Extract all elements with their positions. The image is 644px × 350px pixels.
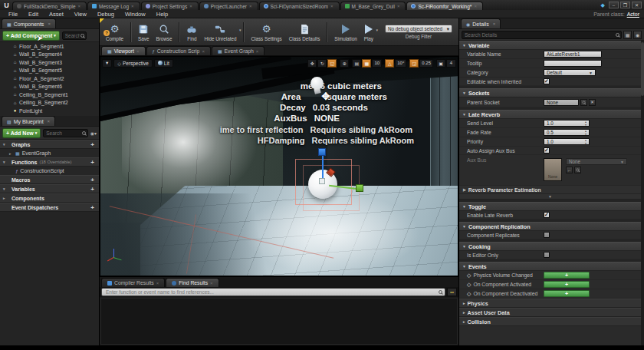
my-blueprint-search[interactable] bbox=[43, 129, 88, 137]
component-row[interactable]: ⌂ Floor_A_Segment2 bbox=[0, 74, 99, 83]
add-event-button[interactable]: + bbox=[544, 272, 590, 279]
tab-close-icon[interactable]: × bbox=[189, 4, 192, 8]
components-tab[interactable]: ▦ Components × bbox=[2, 18, 56, 28]
menu-item[interactable]: Window bbox=[120, 11, 151, 18]
component-row[interactable]: ⌂ Floor_A_Segment1 bbox=[0, 42, 99, 51]
gizmo-z-axis[interactable] bbox=[322, 155, 324, 181]
find-references-input[interactable] bbox=[104, 289, 439, 296]
add-component-button[interactable]: + Add Component ▾ bbox=[2, 31, 60, 41]
enable-late-reverb-checkbox[interactable]: ✓ bbox=[544, 212, 550, 218]
simulation-button[interactable]: Simulation bbox=[334, 23, 356, 41]
components-search-input[interactable] bbox=[64, 33, 80, 38]
view-options-eye-icon[interactable]: ◉▾ bbox=[90, 130, 97, 136]
category-dropdown[interactable]: Default▼ bbox=[544, 69, 596, 76]
socket-search-icon[interactable] bbox=[580, 99, 587, 106]
lit-mode-button[interactable]: Lit bbox=[154, 59, 173, 68]
my-blueprint-row[interactable]: ▸ Components bbox=[0, 193, 99, 203]
component-row[interactable]: ⌂ Ceiling_B_Segment1 bbox=[0, 91, 99, 99]
gizmo-y-handle[interactable] bbox=[356, 184, 363, 192]
scale-tool-button[interactable]: ◱ bbox=[327, 59, 337, 68]
add-new-button[interactable]: + Add New ▾ bbox=[2, 128, 41, 138]
gizmo-z-handle[interactable] bbox=[318, 148, 326, 156]
expand-caret-icon[interactable]: ▾ bbox=[3, 142, 7, 147]
menu-item[interactable]: Asset bbox=[44, 11, 69, 18]
window-tab[interactable]: Project Settings × bbox=[141, 2, 199, 10]
compile-button[interactable]: ⚙ ? Compile bbox=[106, 23, 123, 41]
menu-item[interactable]: Debug bbox=[92, 11, 120, 18]
editor-tab[interactable]: ▦ Event Graph × bbox=[212, 46, 264, 55]
add-event-button[interactable]: + bbox=[544, 290, 590, 297]
tab-close-icon[interactable]: × bbox=[397, 4, 400, 8]
components-search[interactable] bbox=[62, 31, 87, 40]
section-late-reverb[interactable]: ▼ Late Reverb bbox=[459, 110, 641, 119]
component-row[interactable]: ⌂ Wall_B_Segment5 bbox=[0, 67, 99, 75]
component-replicates-checkbox[interactable]: ✓ bbox=[544, 232, 550, 238]
is-editor-only-checkbox[interactable]: ✓ bbox=[544, 252, 550, 258]
details-tab-close-icon[interactable]: × bbox=[493, 21, 496, 26]
expand-caret-icon[interactable]: ▸ bbox=[3, 196, 7, 200]
parent-class-link[interactable]: Actor bbox=[627, 12, 639, 17]
marketplace-icon[interactable]: ◆ bbox=[601, 2, 605, 8]
socket-clear-icon[interactable]: ✕ bbox=[589, 99, 596, 106]
hide-unrelated-button[interactable]: ▾ Hide Unrelated bbox=[204, 23, 236, 41]
my-blueprint-row[interactable]: ƒ ConstructionScript bbox=[0, 167, 99, 175]
camera-speed-value[interactable]: 4 bbox=[446, 59, 456, 68]
details-scrollbar[interactable] bbox=[641, 41, 644, 345]
camera-speed-button[interactable]: ▣ bbox=[436, 59, 445, 68]
spinner-icon[interactable]: ▴▾ bbox=[585, 139, 586, 144]
grid-snap-value[interactable]: 10 bbox=[372, 59, 382, 68]
debug-object-dropdown[interactable]: No debug object selected ▾ bbox=[385, 25, 452, 33]
aux-bus-dropdown[interactable]: None▼ bbox=[566, 158, 627, 165]
property-matrix-icon[interactable]: ▦ bbox=[623, 31, 632, 39]
section-toggle[interactable]: ▼ Toggle bbox=[459, 202, 641, 211]
my-blueprint-row[interactable]: Macros + bbox=[0, 175, 99, 184]
scale-snap-toggle[interactable]: ◲ bbox=[409, 59, 419, 68]
tab-close-icon[interactable]: × bbox=[202, 49, 205, 54]
menu-item[interactable]: Edit bbox=[23, 11, 44, 18]
component-row[interactable]: ⌂ Wall_B_Segment4 bbox=[0, 51, 99, 59]
my-blueprint-search-input[interactable] bbox=[45, 130, 82, 136]
window-tab[interactable]: M_Base_Grey_Dull × bbox=[340, 2, 406, 10]
row-reverb-parameter-estimation[interactable]: ▶ Reverb Parameter Estimation bbox=[459, 186, 641, 194]
component-row[interactable]: ⌂ Wall_B_Segment6 bbox=[0, 83, 99, 91]
chevron-down-icon[interactable]: ▾ bbox=[376, 28, 378, 32]
my-blueprint-tab[interactable]: ▨ My Blueprint × bbox=[2, 116, 55, 126]
section-events[interactable]: ▼ Events bbox=[459, 262, 641, 271]
details-tab[interactable]: ◉ Details × bbox=[461, 18, 501, 28]
chevron-down-icon[interactable]: ▾ bbox=[239, 28, 242, 32]
tab-close-icon[interactable]: × bbox=[474, 4, 477, 8]
window-tab[interactable]: ProjectLauncher × bbox=[199, 2, 258, 10]
tab-close-icon[interactable]: × bbox=[249, 4, 252, 8]
add-plus-button[interactable]: + bbox=[90, 186, 96, 193]
window-tab[interactable]: Sc-FiRoomfor_Working* × bbox=[406, 2, 482, 10]
world-space-toggle[interactable]: ⊕ bbox=[340, 59, 349, 68]
view-options-eye-icon[interactable]: ◉ bbox=[633, 31, 642, 39]
rotation-snap-value[interactable]: 10° bbox=[395, 59, 406, 68]
section-sockets[interactable]: ▼ Sockets bbox=[459, 88, 641, 97]
window-tab[interactable]: Message Log × bbox=[87, 2, 140, 10]
gizmo-center-handle[interactable] bbox=[319, 178, 325, 184]
send-level-field[interactable]: 1.0▴▾ bbox=[544, 120, 590, 127]
play-button[interactable]: ▾ Play bbox=[364, 23, 373, 41]
rotation-snap-toggle[interactable]: △ bbox=[385, 59, 394, 68]
my-blueprint-row[interactable]: ▾ Graphs + bbox=[0, 140, 99, 149]
menu-item[interactable]: File bbox=[3, 11, 23, 18]
editor-tab[interactable]: ƒ Construction Scrip × bbox=[146, 46, 211, 55]
tab-close-icon[interactable]: × bbox=[78, 4, 81, 8]
global-find-binoculars-button[interactable]: ∞ bbox=[447, 288, 457, 296]
section-component-replication[interactable]: ▼ Component Replication bbox=[459, 222, 641, 231]
tab-close-icon[interactable]: × bbox=[156, 281, 159, 286]
parent-socket-field[interactable]: None bbox=[544, 99, 579, 106]
details-search[interactable] bbox=[462, 31, 622, 39]
expand-caret-icon[interactable]: ▾ bbox=[3, 160, 7, 164]
component-row[interactable]: ● PointLight bbox=[0, 107, 99, 115]
expand-caret-icon[interactable]: ▾ bbox=[3, 187, 7, 191]
scale-snap-value[interactable]: 0.25 bbox=[419, 59, 433, 68]
perspective-button[interactable]: ◇ Perspective bbox=[113, 59, 153, 68]
my-blueprint-row[interactable]: ▾ Functions (18 Overridable) + bbox=[0, 157, 99, 167]
find-button[interactable]: Find bbox=[186, 23, 197, 41]
translate-tool-button[interactable]: ✥ bbox=[307, 59, 317, 68]
my-blueprint-tab-close-icon[interactable]: × bbox=[48, 119, 51, 124]
use-selected-arrow-icon[interactable]: ← bbox=[566, 167, 573, 173]
add-plus-button[interactable]: + bbox=[90, 177, 96, 183]
